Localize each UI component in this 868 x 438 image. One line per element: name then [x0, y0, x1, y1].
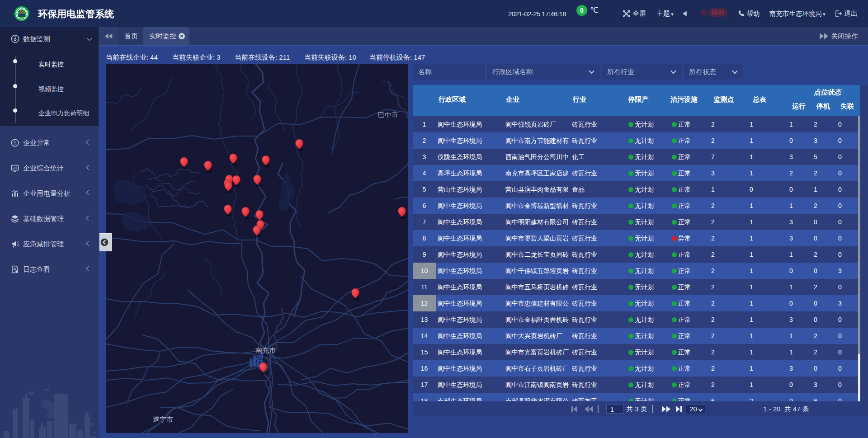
svg-text:遂宁市: 遂宁市: [153, 415, 173, 423]
